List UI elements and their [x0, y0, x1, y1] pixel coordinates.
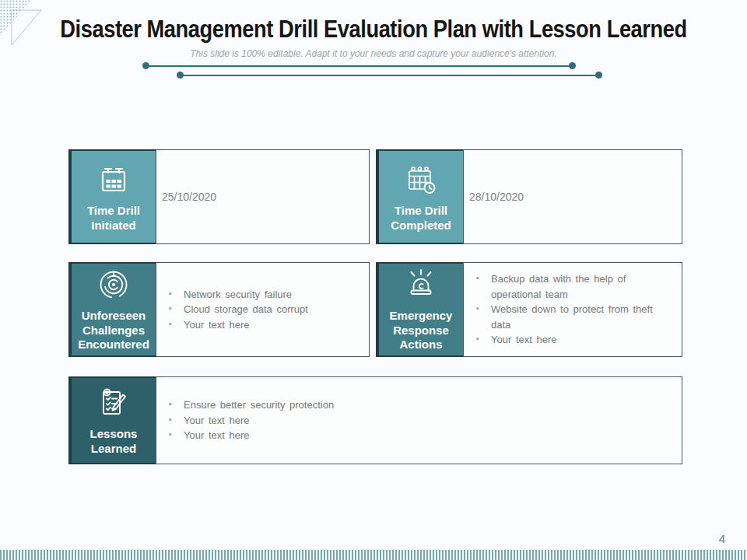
title-block: Disaster Management Drill Evaluation Pla…	[0, 16, 747, 44]
card-label: Lessons Learned	[68, 376, 156, 464]
card-emergency-response: Emergency Response Actions Backup data w…	[376, 262, 682, 357]
card-lessons-learned: Lessons Learned Ensure better security p…	[68, 376, 682, 464]
bullet-item: Cloud storage data corrupt	[163, 302, 359, 317]
bullet-list: Backup data with the help of operational…	[464, 271, 682, 348]
card-unforeseen-challenges: Unforeseen Challenges Encountered Networ…	[68, 262, 370, 357]
card-title: Time Drill Completed	[382, 204, 460, 233]
bullet-list: Ensure better security protection Your t…	[156, 397, 682, 443]
card-time-drill-completed: Time Drill Completed 28/10/2020	[376, 149, 682, 244]
accent-dot	[177, 72, 184, 79]
siren-icon	[402, 267, 440, 303]
slide-title: Disaster Management Drill Evaluation Pla…	[45, 16, 703, 44]
date-value: 25/10/2020	[162, 191, 369, 203]
card-label: Emergency Response Actions	[376, 262, 463, 357]
bullet-item: Ensure better security protection	[163, 397, 672, 413]
page-number: 4	[719, 532, 725, 545]
calendar-icon	[95, 161, 132, 198]
card-title: Time Drill Initiated	[75, 204, 153, 233]
card-content: 28/10/2020	[463, 149, 682, 244]
date-value: 28/10/2020	[469, 191, 682, 203]
card-label: Time Drill Initiated	[68, 149, 156, 244]
card-content: Ensure better security protection Your t…	[156, 376, 682, 464]
bullet-item: Your text here	[470, 332, 672, 348]
accent-line-2	[181, 75, 598, 76]
card-content: Backup data with the help of operational…	[463, 262, 682, 357]
card-title: Lessons Learned	[75, 427, 153, 457]
card-content: Network security failure Cloud storage d…	[156, 262, 370, 357]
card-title: Emergency Response Actions	[382, 309, 460, 352]
bullet-list: Network security failure Cloud storage d…	[156, 287, 369, 333]
bullet-item: Backup data with the help of operational…	[470, 271, 672, 302]
accent-dot	[595, 72, 602, 79]
bullet-item: Network security failure	[163, 287, 359, 303]
bullet-item: Your text here	[163, 317, 359, 333]
maze-icon	[95, 267, 132, 303]
card-label: Unforeseen Challenges Encountered	[68, 262, 156, 357]
card-content: 25/10/2020	[156, 149, 370, 244]
clipboard-pencil-icon	[95, 384, 132, 422]
card-title: Unforeseen Challenges Encountered	[75, 309, 153, 352]
accent-dot	[569, 62, 576, 69]
bullet-item: Website down to protect from theft data	[470, 302, 672, 332]
accent-line-1	[147, 65, 572, 67]
calendar-clock-icon	[402, 161, 440, 198]
card-label: Time Drill Completed	[376, 149, 463, 244]
slide-subtitle: This slide is 100% editable. Adapt it to…	[0, 48, 747, 59]
bullet-item: Your text here	[163, 413, 672, 429]
footer-stripe-decoration	[0, 550, 747, 560]
card-time-drill-initiated: Time Drill Initiated 25/10/2020	[68, 149, 370, 244]
bullet-item: Your text here	[163, 428, 672, 443]
accent-dot	[142, 62, 149, 69]
